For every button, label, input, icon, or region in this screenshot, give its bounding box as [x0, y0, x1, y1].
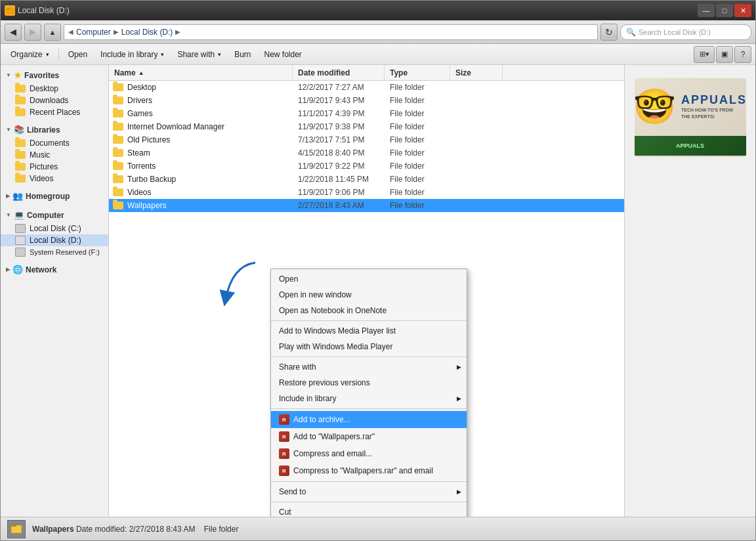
path-local-disk[interactable]: Local Disk (D:)	[121, 28, 173, 37]
include-in-library-button[interactable]: Include in library	[94, 46, 170, 63]
sidebar-item-documents[interactable]: Documents	[1, 137, 108, 149]
table-row[interactable]: Turbo Backup1/22/2018 11:45 PMFile folde…	[109, 173, 624, 186]
file-name: Desktop	[127, 83, 156, 92]
sidebar-libraries-header[interactable]: ▼ 📚 Libraries	[1, 122, 108, 137]
ctx-add-wallpapers-rar[interactable]: R Add to "Wallpapers.rar"	[271, 428, 467, 445]
sidebar-network-header[interactable]: ▶ 🌐 Network	[1, 262, 108, 277]
drive-c-icon	[15, 224, 26, 233]
path-computer[interactable]: Computer	[76, 28, 111, 37]
sidebar-item-local-disk-d[interactable]: Local Disk (D:)	[1, 234, 108, 246]
file-date: 11/9/2017 9:43 PM	[293, 96, 385, 105]
forward-button[interactable]: ▶	[24, 24, 41, 41]
table-row[interactable]: Torrents11/9/2017 9:22 PMFile folder	[109, 160, 624, 173]
file-date: 4/15/2018 8:40 PM	[293, 148, 385, 158]
maximize-button[interactable]: □	[716, 4, 733, 17]
back-button[interactable]: ◀	[5, 24, 22, 41]
title-bar-left: Local Disk (D:)	[5, 5, 70, 16]
ctx-add-wmp-list[interactable]: Add to Windows Media Player list	[271, 323, 467, 339]
file-name: Torrents	[127, 162, 156, 171]
favorites-expand-arrow: ▼	[6, 72, 11, 78]
ctx-open-new-window[interactable]: Open in new window	[271, 287, 467, 303]
col-header-size[interactable]: Size	[450, 65, 503, 80]
ctx-cut[interactable]: Cut	[271, 504, 467, 517]
file-type: File folder	[385, 175, 450, 184]
sidebar-favorites-header[interactable]: ▼ ★ Favorites	[1, 68, 108, 83]
ctx-sep-5	[271, 502, 467, 502]
homegroup-label: Homegroup	[26, 192, 70, 201]
ctx-compress-email[interactable]: R Compress and email...	[271, 445, 467, 462]
view-options-button[interactable]: ⊞▾	[694, 46, 715, 63]
ctx-open[interactable]: Open	[271, 271, 467, 287]
sidebar-item-local-disk-c[interactable]: Local Disk (C:)	[1, 223, 108, 234]
sidebar-homegroup-header[interactable]: ▶ 👥 Homegroup	[1, 188, 108, 204]
refresh-button[interactable]: ↻	[600, 24, 618, 41]
close-button[interactable]: ✕	[734, 4, 751, 17]
ctx-play-wmp[interactable]: Play with Windows Media Player	[271, 339, 467, 355]
table-row[interactable]: Internet Download Manager11/9/2017 9:38 …	[109, 120, 624, 133]
homegroup-icon: 👥	[12, 191, 23, 201]
sidebar-item-system-reserved[interactable]: System Reserved (F:)	[1, 246, 108, 258]
up-button[interactable]: ▲	[44, 24, 61, 41]
minimize-button[interactable]: —	[698, 4, 715, 17]
desktop-label: Desktop	[30, 84, 58, 93]
file-date: 2/27/2018 8:43 AM	[293, 201, 385, 210]
sidebar-item-desktop[interactable]: Desktop	[1, 83, 108, 95]
new-folder-button[interactable]: New folder	[259, 46, 308, 63]
title-bar: Local Disk (D:) — □ ✕	[1, 1, 755, 20]
rar-icon-4: R	[279, 465, 289, 476]
rar-icon-3: R	[279, 448, 289, 459]
search-box[interactable]: 🔍 Search Local Disk (D:)	[620, 24, 751, 40]
favorites-star-icon: ★	[14, 70, 22, 80]
table-row[interactable]: Wallpapers2/27/2018 8:43 AMFile folder	[109, 199, 624, 212]
network-icon: 🌐	[12, 265, 23, 274]
music-folder-icon	[15, 151, 26, 159]
status-bar: Wallpapers Date modified: 2/27/2018 8:43…	[1, 517, 755, 540]
sidebar-item-downloads[interactable]: Downloads	[1, 95, 108, 106]
col-header-name[interactable]: Name ▲	[109, 65, 293, 80]
table-row[interactable]: Desktop12/2/2017 7:27 AMFile folder	[109, 81, 624, 94]
share-with-button[interactable]: Share with	[171, 46, 227, 63]
ctx-include-library[interactable]: Include in library	[271, 391, 467, 406]
status-thumbnail	[7, 520, 26, 538]
address-bar: ◀ ▶ ▲ ◀ Computer ▶ Local Disk (D:) ▶ ↻ 🔍…	[1, 20, 755, 44]
sidebar-item-music[interactable]: Music	[1, 149, 108, 161]
table-row[interactable]: Videos11/9/2017 9:06 PMFile folder	[109, 186, 624, 199]
organize-button[interactable]: Organize	[5, 46, 55, 63]
table-row[interactable]: Old Pictures7/13/2017 7:51 PMFile folder	[109, 133, 624, 146]
libraries-icon: 📚	[14, 125, 24, 135]
ctx-share-with[interactable]: Share with	[271, 359, 467, 375]
search-placeholder: Search Local Disk (D:)	[639, 28, 711, 36]
address-path[interactable]: ◀ Computer ▶ Local Disk (D:) ▶	[64, 24, 598, 40]
col-header-date[interactable]: Date modified	[293, 65, 385, 80]
file-name: Steam	[127, 148, 150, 158]
rar-icon-2: R	[279, 431, 289, 442]
appuals-character: 🤓	[635, 87, 677, 127]
open-button[interactable]: Open	[62, 46, 93, 63]
sidebar-computer-header[interactable]: ▼ 💻 Computer	[1, 207, 108, 223]
sidebar-item-videos[interactable]: Videos	[1, 173, 108, 184]
drive-f-icon	[15, 248, 26, 257]
ctx-add-archive[interactable]: R Add to archive...	[271, 411, 467, 428]
file-name: Turbo Backup	[127, 175, 176, 184]
documents-folder-icon	[15, 139, 26, 147]
col-header-type[interactable]: Type	[385, 65, 450, 80]
file-date: 11/9/2017 9:38 PM	[293, 122, 385, 131]
sidebar-item-recent-places[interactable]: Recent Places	[1, 106, 108, 118]
help-button[interactable]: ?	[734, 46, 751, 63]
file-date: 7/13/2017 7:51 PM	[293, 135, 385, 144]
videos-folder-icon	[15, 175, 26, 183]
computer-icon: 💻	[14, 210, 24, 220]
path-arrow-left: ◀	[68, 28, 74, 35]
table-row[interactable]: Drivers11/9/2017 9:43 PMFile folder	[109, 94, 624, 107]
preview-pane-button[interactable]: ▣	[716, 46, 733, 63]
sidebar-item-pictures[interactable]: Pictures	[1, 161, 108, 173]
window-title: Local Disk (D:)	[18, 6, 70, 15]
ctx-compress-wallpapers-email[interactable]: R Compress to "Wallpapers.rar" and email	[271, 462, 467, 479]
table-row[interactable]: Games11/1/2017 4:39 PMFile folder	[109, 107, 624, 120]
ctx-restore-prev[interactable]: Restore previous versions	[271, 375, 467, 391]
ctx-open-onenote[interactable]: Open as Notebook in OneNote	[271, 303, 467, 318]
ctx-send-to[interactable]: Send to	[271, 484, 467, 500]
burn-button[interactable]: Burn	[228, 46, 257, 63]
table-row[interactable]: Steam4/15/2018 8:40 PMFile folder	[109, 146, 624, 160]
appuals-brand: APPUALS	[681, 93, 746, 107]
